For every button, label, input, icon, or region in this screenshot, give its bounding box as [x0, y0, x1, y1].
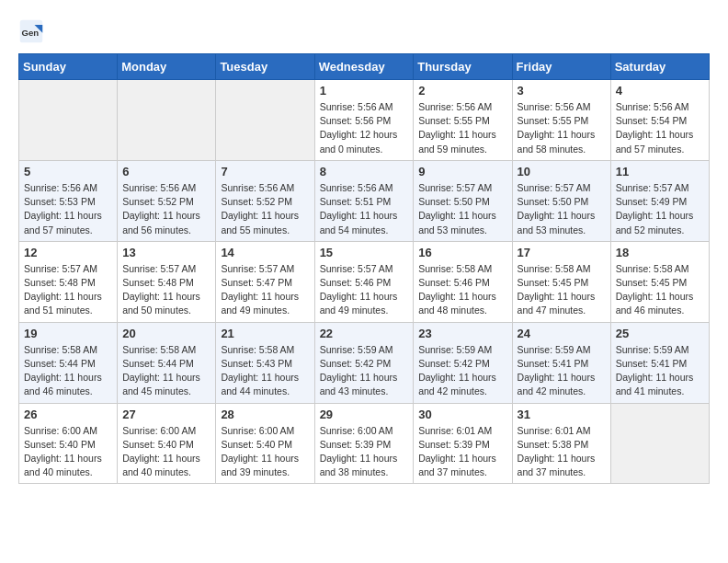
- weekday-header-saturday: Saturday: [610, 54, 709, 80]
- day-number: 27: [122, 408, 210, 421]
- day-info: Sunrise: 6:00 AM Sunset: 5:40 PM Dayligh…: [122, 424, 210, 480]
- weekday-header-monday: Monday: [118, 54, 216, 80]
- day-number: 21: [221, 327, 309, 340]
- calendar-cell: 18Sunrise: 5:58 AM Sunset: 5:45 PM Dayli…: [610, 241, 709, 322]
- day-number: 15: [320, 246, 409, 259]
- calendar-cell: 14Sunrise: 5:57 AM Sunset: 5:47 PM Dayli…: [216, 241, 314, 322]
- day-number: 5: [24, 165, 112, 178]
- day-info: Sunrise: 5:56 AM Sunset: 5:53 PM Dayligh…: [24, 181, 112, 237]
- day-number: 20: [122, 327, 210, 340]
- calendar-cell: 16Sunrise: 5:58 AM Sunset: 5:46 PM Dayli…: [414, 241, 512, 322]
- day-number: 22: [320, 327, 409, 340]
- day-info: Sunrise: 5:58 AM Sunset: 5:44 PM Dayligh…: [24, 343, 112, 399]
- calendar-cell: 31Sunrise: 6:01 AM Sunset: 5:38 PM Dayli…: [512, 403, 610, 484]
- calendar-cell: 25Sunrise: 5:59 AM Sunset: 5:41 PM Dayli…: [610, 322, 709, 403]
- week-row-3: 12Sunrise: 5:57 AM Sunset: 5:48 PM Dayli…: [19, 241, 710, 322]
- calendar-cell: 1Sunrise: 5:56 AM Sunset: 5:56 PM Daylig…: [314, 80, 414, 161]
- day-number: 6: [122, 165, 210, 178]
- general-blue-icon: Gen: [18, 18, 44, 44]
- day-number: 4: [616, 84, 704, 98]
- calendar-cell: 24Sunrise: 5:59 AM Sunset: 5:41 PM Dayli…: [512, 322, 610, 403]
- day-info: Sunrise: 5:59 AM Sunset: 5:41 PM Dayligh…: [518, 343, 606, 399]
- calendar-cell: 19Sunrise: 5:58 AM Sunset: 5:44 PM Dayli…: [19, 322, 118, 403]
- week-row-4: 19Sunrise: 5:58 AM Sunset: 5:44 PM Dayli…: [19, 322, 710, 403]
- day-info: Sunrise: 5:57 AM Sunset: 5:48 PM Dayligh…: [122, 262, 210, 318]
- day-number: 16: [418, 246, 506, 259]
- day-number: 26: [24, 408, 112, 421]
- calendar-cell: 11Sunrise: 5:57 AM Sunset: 5:49 PM Dayli…: [610, 160, 709, 241]
- day-info: Sunrise: 5:58 AM Sunset: 5:43 PM Dayligh…: [221, 343, 309, 399]
- day-info: Sunrise: 5:59 AM Sunset: 5:42 PM Dayligh…: [320, 343, 409, 399]
- day-info: Sunrise: 5:56 AM Sunset: 5:56 PM Dayligh…: [320, 100, 409, 156]
- day-number: 18: [616, 246, 704, 259]
- header: Gen: [18, 18, 710, 44]
- day-info: Sunrise: 6:00 AM Sunset: 5:40 PM Dayligh…: [24, 424, 112, 480]
- calendar-cell: 21Sunrise: 5:58 AM Sunset: 5:43 PM Dayli…: [216, 322, 314, 403]
- calendar-cell: [610, 403, 709, 484]
- day-number: 31: [518, 408, 606, 421]
- calendar-cell: 20Sunrise: 5:58 AM Sunset: 5:44 PM Dayli…: [118, 322, 216, 403]
- day-info: Sunrise: 5:59 AM Sunset: 5:42 PM Dayligh…: [418, 343, 506, 399]
- day-info: Sunrise: 5:56 AM Sunset: 5:55 PM Dayligh…: [518, 100, 606, 156]
- weekday-header-tuesday: Tuesday: [216, 54, 314, 80]
- day-info: Sunrise: 5:57 AM Sunset: 5:49 PM Dayligh…: [616, 181, 704, 237]
- day-info: Sunrise: 5:56 AM Sunset: 5:51 PM Dayligh…: [320, 181, 409, 237]
- day-info: Sunrise: 5:56 AM Sunset: 5:55 PM Dayligh…: [418, 100, 506, 156]
- day-number: 8: [320, 165, 409, 178]
- day-info: Sunrise: 5:57 AM Sunset: 5:50 PM Dayligh…: [418, 181, 506, 237]
- calendar-cell: 23Sunrise: 5:59 AM Sunset: 5:42 PM Dayli…: [414, 322, 512, 403]
- day-info: Sunrise: 6:01 AM Sunset: 5:38 PM Dayligh…: [518, 424, 606, 480]
- day-info: Sunrise: 5:56 AM Sunset: 5:54 PM Dayligh…: [616, 100, 704, 156]
- day-number: 2: [418, 84, 506, 98]
- calendar-cell: 6Sunrise: 5:56 AM Sunset: 5:52 PM Daylig…: [118, 160, 216, 241]
- calendar-cell: 29Sunrise: 6:00 AM Sunset: 5:39 PM Dayli…: [314, 403, 414, 484]
- day-number: 3: [518, 84, 606, 98]
- day-info: Sunrise: 5:56 AM Sunset: 5:52 PM Dayligh…: [122, 181, 210, 237]
- calendar-cell: 2Sunrise: 5:56 AM Sunset: 5:55 PM Daylig…: [414, 80, 512, 161]
- day-info: Sunrise: 5:58 AM Sunset: 5:45 PM Dayligh…: [518, 262, 606, 318]
- calendar-cell: 13Sunrise: 5:57 AM Sunset: 5:48 PM Dayli…: [118, 241, 216, 322]
- weekday-header-sunday: Sunday: [19, 54, 118, 80]
- day-info: Sunrise: 5:57 AM Sunset: 5:46 PM Dayligh…: [320, 262, 409, 318]
- svg-text:Gen: Gen: [22, 28, 40, 38]
- day-number: 23: [418, 327, 506, 340]
- calendar-cell: 7Sunrise: 5:56 AM Sunset: 5:52 PM Daylig…: [216, 160, 314, 241]
- week-row-5: 26Sunrise: 6:00 AM Sunset: 5:40 PM Dayli…: [19, 403, 710, 484]
- logo: Gen: [18, 18, 48, 44]
- day-number: 30: [418, 408, 506, 421]
- weekday-header-friday: Friday: [512, 54, 610, 80]
- day-info: Sunrise: 5:57 AM Sunset: 5:47 PM Dayligh…: [221, 262, 309, 318]
- day-number: 13: [122, 246, 210, 259]
- calendar-cell: 5Sunrise: 5:56 AM Sunset: 5:53 PM Daylig…: [19, 160, 118, 241]
- weekday-header-row: SundayMondayTuesdayWednesdayThursdayFrid…: [19, 54, 710, 80]
- calendar-cell: 26Sunrise: 6:00 AM Sunset: 5:40 PM Dayli…: [19, 403, 118, 484]
- calendar-cell: 15Sunrise: 5:57 AM Sunset: 5:46 PM Dayli…: [314, 241, 414, 322]
- calendar-cell: [216, 80, 314, 161]
- day-info: Sunrise: 6:00 AM Sunset: 5:40 PM Dayligh…: [221, 424, 309, 480]
- calendar-cell: 12Sunrise: 5:57 AM Sunset: 5:48 PM Dayli…: [19, 241, 118, 322]
- day-number: 10: [518, 165, 606, 178]
- calendar-cell: [19, 80, 118, 161]
- day-info: Sunrise: 5:57 AM Sunset: 5:48 PM Dayligh…: [24, 262, 112, 318]
- calendar-cell: 9Sunrise: 5:57 AM Sunset: 5:50 PM Daylig…: [414, 160, 512, 241]
- day-info: Sunrise: 5:56 AM Sunset: 5:52 PM Dayligh…: [221, 181, 309, 237]
- calendar-cell: 10Sunrise: 5:57 AM Sunset: 5:50 PM Dayli…: [512, 160, 610, 241]
- day-info: Sunrise: 5:58 AM Sunset: 5:45 PM Dayligh…: [616, 262, 704, 318]
- day-info: Sunrise: 5:57 AM Sunset: 5:50 PM Dayligh…: [518, 181, 606, 237]
- calendar-cell: 28Sunrise: 6:00 AM Sunset: 5:40 PM Dayli…: [216, 403, 314, 484]
- day-info: Sunrise: 5:58 AM Sunset: 5:46 PM Dayligh…: [418, 262, 506, 318]
- week-row-2: 5Sunrise: 5:56 AM Sunset: 5:53 PM Daylig…: [19, 160, 710, 241]
- weekday-header-wednesday: Wednesday: [314, 54, 414, 80]
- calendar: SundayMondayTuesdayWednesdayThursdayFrid…: [18, 53, 710, 484]
- calendar-cell: 27Sunrise: 6:00 AM Sunset: 5:40 PM Dayli…: [118, 403, 216, 484]
- day-info: Sunrise: 6:01 AM Sunset: 5:39 PM Dayligh…: [418, 424, 506, 480]
- day-number: 19: [24, 327, 112, 340]
- day-info: Sunrise: 5:59 AM Sunset: 5:41 PM Dayligh…: [616, 343, 704, 399]
- calendar-cell: 22Sunrise: 5:59 AM Sunset: 5:42 PM Dayli…: [314, 322, 414, 403]
- day-number: 29: [320, 408, 409, 421]
- day-number: 14: [221, 246, 309, 259]
- day-number: 1: [320, 84, 409, 98]
- calendar-cell: 4Sunrise: 5:56 AM Sunset: 5:54 PM Daylig…: [610, 80, 709, 161]
- calendar-cell: 17Sunrise: 5:58 AM Sunset: 5:45 PM Dayli…: [512, 241, 610, 322]
- day-number: 9: [418, 165, 506, 178]
